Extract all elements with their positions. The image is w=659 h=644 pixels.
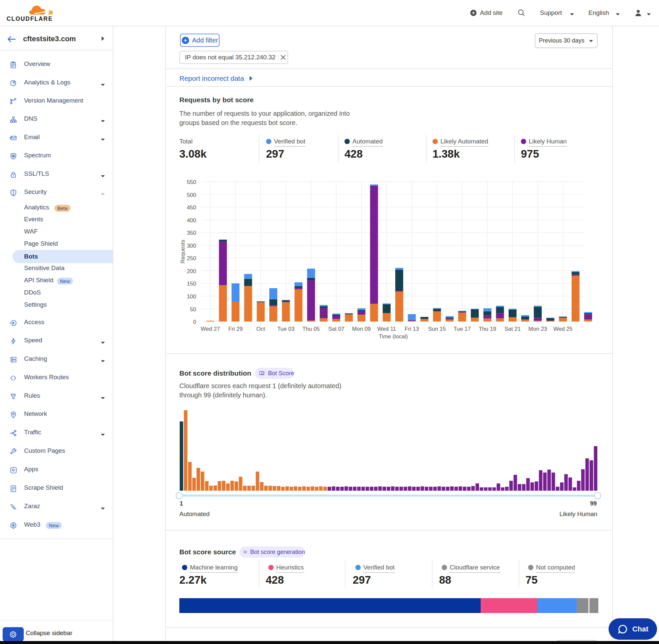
svg-text:350: 350 [187, 230, 196, 236]
svg-text:300: 300 [187, 243, 196, 249]
svg-text:Wed 25: Wed 25 [553, 326, 572, 332]
svg-text:0: 0 [193, 319, 196, 325]
svg-text:Fri 29: Fri 29 [229, 326, 243, 332]
svg-text:150: 150 [187, 281, 196, 287]
svg-text:CLOUDFLARE: CLOUDFLARE [6, 16, 53, 22]
svg-text:Wed 27: Wed 27 [201, 326, 220, 332]
svg-text:Mon 09: Mon 09 [352, 326, 371, 332]
svg-text:Requests: Requests [180, 240, 186, 263]
svg-text:Thu 05: Thu 05 [302, 326, 320, 332]
svg-text:Thu 19: Thu 19 [479, 326, 496, 332]
svg-text:100: 100 [187, 294, 196, 300]
svg-text:Fri 13: Fri 13 [404, 326, 419, 332]
svg-text:Sat 21: Sat 21 [504, 326, 521, 332]
svg-text:Tue 17: Tue 17 [454, 326, 471, 332]
svg-text:Wed 11: Wed 11 [377, 326, 396, 332]
svg-text:Sun 15: Sun 15 [428, 326, 446, 332]
svg-text:200: 200 [187, 268, 196, 274]
svg-text:250: 250 [187, 255, 196, 261]
svg-text:450: 450 [187, 204, 196, 211]
svg-text:Mon 23: Mon 23 [528, 326, 547, 332]
svg-text:400: 400 [187, 217, 196, 224]
svg-text:550: 550 [187, 179, 196, 185]
svg-text:Time (local): Time (local) [379, 334, 408, 340]
svg-text:Sat 07: Sat 07 [328, 326, 344, 332]
svg-text:50: 50 [190, 306, 196, 313]
svg-text:Oct: Oct [257, 326, 265, 332]
svg-text:Tue 03: Tue 03 [277, 326, 295, 332]
svg-text:500: 500 [187, 192, 196, 198]
